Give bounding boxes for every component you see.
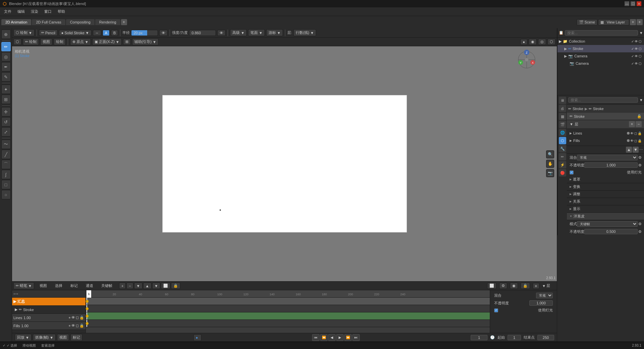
outliner-search[interactable]	[565, 30, 638, 36]
rect-tool[interactable]: □	[1, 180, 11, 189]
header-mode-btn[interactable]: ⬡	[13, 39, 21, 45]
output-props-btn[interactable]: 🖨	[559, 105, 566, 112]
timeline-select-menu[interactable]: 选择	[52, 283, 65, 289]
mute-btn[interactable]: ◉	[510, 283, 518, 289]
move-tool[interactable]: ✛	[1, 107, 11, 116]
onion-mode-selector[interactable]: 关键帧	[577, 221, 638, 227]
start-frame-input[interactable]	[508, 335, 521, 340]
select-box-tool[interactable]: ⊞	[1, 95, 11, 104]
advanced-btn[interactable]: 高级 ▼	[230, 29, 247, 36]
tab-2d-full-canvas[interactable]: 2D Full Canvas	[32, 19, 65, 25]
line-tool[interactable]: ╱	[1, 150, 11, 159]
tab-compositing[interactable]: Compositing	[66, 19, 95, 25]
timeline-mode-selector[interactable]: ✏ 蜡笔 ▼	[13, 282, 34, 289]
tab-rendering[interactable]: Rendering	[95, 19, 120, 25]
camera-p-eye-icon[interactable]: 👁	[635, 54, 638, 58]
fills-lock-icon[interactable]: 🔒	[79, 323, 84, 328]
add-layer-btn[interactable]: +	[629, 121, 635, 127]
frame-indicator[interactable]: ●	[193, 334, 201, 341]
draw-btn3[interactable]: 绘制	[54, 38, 66, 45]
timeline-channel-menu[interactable]: 通道	[83, 283, 96, 289]
outliner-camera-child[interactable]: 📷 Camera ✓ 👁 ⬡	[558, 60, 644, 67]
add-keyframe-btn[interactable]: +	[119, 283, 126, 289]
lines-lock-btn[interactable]: 🔒	[638, 132, 642, 135]
render-props-btn[interactable]: 🖥	[559, 97, 566, 104]
relation-section[interactable]: ▶ 关系	[567, 198, 644, 205]
onion-section-header[interactable]: ▼ 洋葱皮	[567, 213, 644, 220]
layer-up-btn[interactable]: ▲	[626, 147, 632, 153]
mask-section[interactable]: ▶ 遮罩	[567, 176, 644, 183]
material-selector[interactable]: ● Solid Stroke ▼	[59, 30, 92, 36]
blend-selector[interactable]: 常规	[536, 293, 553, 298]
mode-selector[interactable]: ⬡ 绘制 ▼	[13, 29, 35, 36]
radius-eye-btn[interactable]: 👁	[159, 30, 168, 36]
toggle-a-btn[interactable]: A	[103, 30, 110, 36]
track-lines[interactable]: Lines 1.00 ● 👁 ◻ 🔒	[12, 314, 85, 322]
circle-tool[interactable]: ○	[1, 190, 11, 199]
track-fills[interactable]: Fills 1.00 ● 👁 ◻ 🔒	[12, 322, 85, 330]
fills-lock-btn[interactable]: 🔒	[638, 139, 642, 143]
playback-view-menu[interactable]: 视图	[57, 334, 69, 341]
track-stroke[interactable]: ▶ ✏ Stroke	[12, 306, 85, 314]
nav-gizmo[interactable]: Z X Y	[517, 50, 537, 70]
outliner-stroke[interactable]: ▶ ✏ Stroke ✓ 👁 ⬡	[558, 45, 644, 52]
render-menu[interactable]: 渲染	[28, 8, 41, 15]
close-button[interactable]: ✕	[637, 1, 641, 6]
camera-c-visible-icon[interactable]: ✓	[631, 62, 634, 65]
search-filter-icon[interactable]: ▼	[639, 98, 643, 102]
window-menu[interactable]: 窗口	[42, 8, 54, 15]
fills-eye-icon[interactable]: 👁	[71, 323, 75, 328]
fill-tool[interactable]: ✒	[1, 62, 11, 71]
object-props-btn[interactable]: ⬡	[559, 137, 566, 144]
maximize-button[interactable]: ☐	[631, 1, 635, 6]
pan-btn[interactable]: ✋	[546, 160, 554, 168]
opacity-input2[interactable]	[529, 300, 553, 306]
viewport-shading-material[interactable]: ◉	[529, 39, 537, 45]
screen-btn[interactable]: ⬜	[161, 283, 170, 289]
camera-c-select-icon[interactable]: ⬡	[639, 62, 642, 65]
draw-btn2[interactable]: ✏ 绘制	[23, 38, 39, 45]
blend-extra-icon[interactable]: ⚙	[638, 155, 642, 160]
fills-hide-icon[interactable]: ◻	[76, 323, 79, 328]
timeline-mark-menu[interactable]: 标记	[68, 283, 80, 289]
fills-eye-btn[interactable]: 👁	[630, 139, 634, 143]
filter-btn[interactable]: ⚙	[499, 283, 507, 289]
outliner-filter-icon[interactable]: ▼	[639, 31, 643, 35]
scene-selector[interactable]: 🎬 Scene	[577, 19, 597, 26]
stroke-lock-icon[interactable]: 🔒	[637, 114, 642, 118]
jump-end-btn[interactable]: ⏭	[352, 334, 360, 341]
pen-btn[interactable]: 笔面 ▼	[248, 29, 265, 36]
blend-props-selector[interactable]: 常规	[577, 155, 638, 160]
stroke-visible-icon[interactable]: ✓	[631, 47, 634, 51]
radius-input[interactable]: 20 px	[131, 30, 158, 36]
guide-btn[interactable]: 辅助(引导) ▼	[132, 38, 159, 45]
collection-viewport-icon[interactable]: ⬡	[639, 40, 642, 43]
add-workspace-button[interactable]: +	[121, 19, 127, 25]
timeline-keyframe-menu[interactable]: 关键帧	[99, 283, 115, 289]
select-tool[interactable]: ✦	[1, 85, 11, 94]
lines-eye-btn[interactable]: 👁	[630, 132, 634, 135]
particles-props-btn[interactable]: ⚡	[559, 161, 566, 168]
jump-start-btn[interactable]: ⏮	[312, 334, 319, 341]
layer-fills[interactable]: ▶ Fills 👁 ◻ 🔒	[568, 137, 643, 144]
view-layer-add-button[interactable]: +	[637, 19, 643, 25]
arc-tool[interactable]: ⌒	[1, 160, 11, 169]
play-btn[interactable]: ▶	[336, 334, 344, 341]
options-btn[interactable]: ≡	[533, 283, 539, 289]
track-summary[interactable]: ▶ 汇总	[12, 298, 85, 306]
camera-p-select-icon[interactable]: ⬡	[639, 54, 642, 58]
curve-tool[interactable]: ∫	[1, 170, 11, 179]
help-menu[interactable]: 帮助	[55, 8, 68, 15]
viewport-shading-rendered[interactable]: ◎	[538, 39, 546, 45]
grid-btn[interactable]: ⊞	[123, 39, 131, 45]
step-back-btn[interactable]: ◀	[328, 334, 336, 341]
world-props-btn[interactable]: 🌐	[559, 129, 566, 136]
rotate-tool[interactable]: ↺	[1, 117, 11, 127]
properties-search[interactable]	[568, 97, 638, 103]
draw-tool[interactable]: ✏	[1, 42, 11, 51]
tool-selector[interactable]: ✏ Pencil	[39, 30, 58, 36]
timeline-view-menu[interactable]: 视图	[37, 283, 50, 289]
camera-p-visible-icon[interactable]: ✓	[631, 54, 634, 58]
zoom-in-btn[interactable]: 🔍	[546, 150, 554, 158]
lock-btn[interactable]: 🔒	[171, 283, 180, 289]
